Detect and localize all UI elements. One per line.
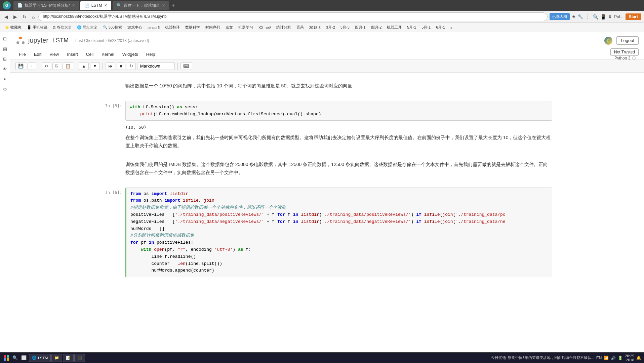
keyboard-tray-icon[interactable]: EN [596, 356, 602, 360]
bookmark-icon[interactable]: ★ [572, 14, 576, 19]
tab-favicon-baidu: 🔍 [117, 3, 122, 8]
menu-insert[interactable]: Insert [64, 50, 81, 58]
bookmark-mt[interactable]: 机器翻译 [163, 24, 182, 31]
bookmark-tf[interactable]: tensorfl [146, 25, 162, 30]
not-trusted-button[interactable]: Not Trusted [610, 48, 639, 56]
menu-help[interactable]: Help [143, 50, 159, 58]
tab-machine-learning[interactable]: 📄 机器学习/LSTM情感分析/ ✕ [13, 1, 79, 10]
menu-view[interactable]: View [46, 50, 62, 58]
keyboard-button[interactable]: ⌨ [180, 62, 192, 70]
tab-baidu[interactable]: 🔍 百度一下，你就知道 ✕ [113, 1, 169, 10]
bookmark-ts[interactable]: 时间序列 [203, 24, 222, 31]
bookmark-jun1[interactable]: 6月-1 [434, 24, 447, 31]
tab-bar: G 📄 机器学习/LSTM情感分析/ ✕ 📄 LSTM ✕ 🔍 百度一下，你就知… [0, 0, 644, 11]
bookmark-urls[interactable]: 🌐 网址大全 [75, 24, 99, 31]
cell-6-input[interactable]: from os import listdir from os.path impo… [125, 188, 552, 278]
bookmark-mar2[interactable]: 3月-2 [324, 24, 337, 31]
bookmark-may1[interactable]: 5月-1 [405, 24, 418, 31]
time-display[interactable]: 20:25 2018 [625, 354, 634, 362]
bookmark-google[interactable]: G 谷歌大全 [51, 24, 74, 31]
move-down-button[interactable]: ▼ [90, 62, 100, 70]
sidebar-icon-cursor[interactable]: ✦ [1, 75, 9, 83]
paste-button[interactable]: 📋 [63, 62, 73, 70]
taskbar-app-notepad[interactable]: 📝 [63, 354, 74, 362]
tab-lstm[interactable]: 📄 LSTM ✕ [80, 1, 111, 10]
volume-icon[interactable]: 🔊 [611, 356, 616, 360]
menu-widgets[interactable]: Widgets [119, 50, 142, 58]
goto-first-button[interactable]: ⏮ [106, 62, 115, 70]
notebook-title[interactable]: LSTM [52, 37, 69, 44]
home-button[interactable]: ⌂ [30, 13, 36, 20]
menu-bar: File Edit View Insert Cell Kernel Widget… [10, 49, 644, 60]
taskbar-app-ie[interactable]: 🌐 LSTM [29, 354, 51, 362]
move-up-button[interactable]: ▲ [79, 62, 89, 70]
windows-icon[interactable] [3, 354, 10, 362]
analysis-text-cell-2: 训练集我们使用的是 IMDB 数据集。这个数据集包含 25000 条电影数据，其… [102, 158, 552, 185]
bookmark-stats[interactable]: 统计分析 [274, 24, 293, 31]
menu-kernel[interactable]: Kernel [98, 50, 118, 58]
kernel-status-circle [632, 56, 636, 60]
forward-button[interactable]: ▶ [12, 13, 19, 20]
bookmark-apr2[interactable]: 四月-2 [369, 24, 384, 31]
bookmark-tools[interactable]: 机器工具 [385, 24, 404, 31]
bookmark-may2[interactable]: 5月-1 [419, 24, 433, 31]
more-icon[interactable]: ⋮ [585, 13, 591, 20]
restart-button[interactable]: ↻ [127, 62, 136, 70]
notebook-inner: 输出数据是一个 10*50 的词矩阵，其中包括 10 个词，每个词的向量维度是 … [95, 79, 559, 277]
taskbar-app-terminal[interactable]: ⬛ [74, 354, 85, 362]
sidebar-icon-settings[interactable]: ⚙ [1, 85, 9, 93]
bookmark-apr1[interactable]: 四月-1 [353, 24, 368, 31]
extension-icon[interactable]: 🔧 [578, 14, 583, 19]
cell-type-select[interactable]: Markdown Code Raw NBConvert [137, 62, 175, 70]
cell-5-number: In [5]: [102, 101, 125, 121]
stop-button[interactable]: ■ [117, 62, 125, 70]
bookmark-jinguo[interactable]: 晋果 [294, 24, 306, 31]
bookmark-mobile[interactable]: 📱 手机收藏 [25, 24, 49, 31]
new-tab-button[interactable]: + [172, 2, 175, 8]
sidebar-icon-3[interactable]: ⊞ [1, 55, 9, 63]
bookmark-jingwen[interactable]: 京文 [224, 24, 235, 31]
sidebar-icon-eye[interactable]: 👁 [1, 65, 9, 73]
sidebar-icon-2[interactable]: ▤ [1, 45, 9, 52]
tab-close-btn[interactable]: ✕ [72, 3, 75, 8]
bookmark-ml[interactable]: 机器学习 [236, 24, 255, 31]
search-icon[interactable]: 🔍 [593, 14, 598, 19]
bookmark-label: 收藏夹 [10, 25, 22, 30]
add-cell-button[interactable]: + [28, 62, 36, 70]
notebook-content[interactable]: 输出数据是一个 10*50 的词矩阵，其中包括 10 个词，每个词的向量维度是 … [10, 73, 644, 352]
bookmark-mar3[interactable]: 3月-3 [338, 24, 352, 31]
bookmark-360[interactable]: 🔍 360搜索 [101, 24, 124, 31]
svg-rect-4 [7, 355, 9, 358]
taskbar-app-explorer[interactable]: 📁 [51, 354, 62, 362]
notification-icon[interactable]: 🔔 [636, 356, 641, 360]
bookmark-ds[interactable]: 数据科学 [183, 24, 202, 31]
copy-button[interactable]: ⎘ [52, 62, 61, 70]
bookmark-more[interactable]: » [448, 25, 454, 30]
logout-button[interactable]: Logout [616, 36, 639, 45]
cut-button[interactable]: ✂ [42, 62, 51, 70]
bookmark-2018-3[interactable]: 2018-3 [307, 25, 323, 30]
sidebar-icon-bottom[interactable]: + [4, 345, 6, 352]
cortana-icon[interactable]: 🔍 [11, 354, 19, 362]
back-button[interactable]: ◀ [3, 13, 10, 20]
menu-file[interactable]: File [15, 50, 29, 58]
sidebar-icon-1[interactable]: ⊡ [1, 35, 9, 42]
task-view-icon[interactable]: ⬜ [20, 354, 28, 362]
cell-5-input[interactable]: with tf.Session() as sess: print(tf.nn.e… [125, 101, 552, 121]
start-button[interactable]: Start [626, 13, 641, 20]
save-button[interactable]: 💾 [15, 62, 26, 70]
tab-close-baidu-btn[interactable]: ✕ [162, 3, 165, 8]
tab-close-active-btn[interactable]: ✕ [104, 3, 107, 8]
menu-cell[interactable]: Cell [83, 50, 97, 58]
device-icon: 📱 [600, 14, 606, 19]
network-icon[interactable]: 📶 [604, 356, 609, 360]
menu-edit[interactable]: Edit [31, 50, 45, 58]
bookmark-xxnet[interactable]: XX-net/ [256, 25, 273, 30]
refresh-button[interactable]: ↻ [21, 13, 28, 20]
battery-icon[interactable]: 🔋 [618, 356, 623, 360]
bookmark-favorites[interactable]: ⭐ 收藏夹 [3, 24, 24, 31]
translate-button[interactable]: 已选大图 [550, 13, 570, 20]
download-icon[interactable]: ⬇ [608, 14, 612, 19]
bookmark-games[interactable]: 游戏中心 [125, 24, 144, 31]
address-bar[interactable] [38, 12, 548, 21]
